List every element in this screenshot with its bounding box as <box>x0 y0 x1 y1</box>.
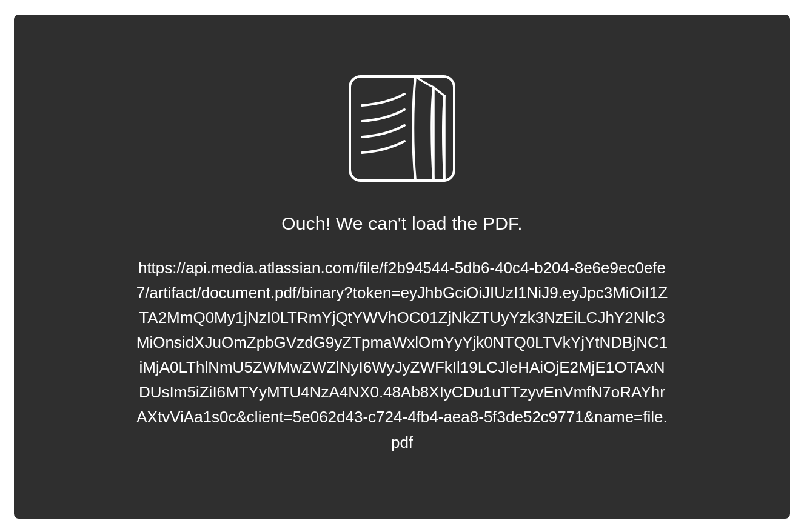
error-url-text: https://api.media.atlassian.com/file/f2b… <box>135 256 669 455</box>
error-title: Ouch! We can't load the PDF. <box>281 213 523 234</box>
pdf-load-error-card: Ouch! We can't load the PDF. https://api… <box>14 15 790 519</box>
document-pages-icon <box>344 70 460 187</box>
